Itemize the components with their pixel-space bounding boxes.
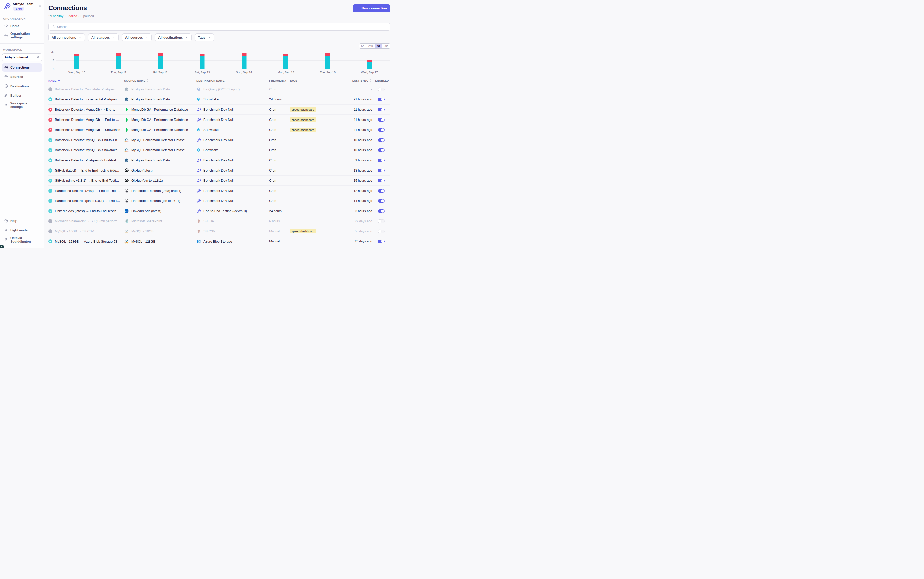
enabled-toggle[interactable] — [378, 169, 384, 172]
sidebar-item-home[interactable]: Home — [2, 22, 42, 30]
table-row[interactable]: Hardcoded Records (pin to 0.0.1) → End-t… — [48, 196, 391, 206]
airbyte-logo-icon — [3, 2, 11, 10]
table-row[interactable]: LinkedIn Ads (latest) → End-to-End Testi… — [48, 206, 391, 216]
bar-segment-succeeded — [325, 56, 330, 69]
mongodb-icon — [124, 107, 129, 112]
chart-bar[interactable] — [348, 52, 391, 69]
connection-name: Hardcoded Records (pin to 0.0.1) → End-t… — [55, 199, 121, 203]
new-connection-button[interactable]: New connection — [353, 4, 391, 12]
frequency: Manual — [269, 230, 290, 233]
sidebar-item-builder[interactable]: Builder — [2, 92, 42, 100]
chart-bar[interactable] — [140, 52, 181, 69]
help-icon — [4, 219, 8, 224]
chart-bar[interactable] — [98, 52, 140, 69]
enabled-toggle[interactable] — [378, 88, 384, 91]
organization-nav: Home Organization settings — [0, 22, 44, 41]
table-row[interactable]: MySQL - 10GB → S3 CSVMySQLMySQL - 10GBS3… — [48, 226, 391, 236]
table-row[interactable]: Bottleneck Detector Candidate: Postgres … — [48, 84, 391, 94]
table-row[interactable]: Microsoft SharePoint → S3 (13mb performa… — [48, 216, 391, 226]
filter-all-destinations[interactable]: All destinations — [155, 33, 192, 41]
column-header-destination[interactable]: DESTINATION NAME — [196, 79, 269, 82]
connections-icon — [4, 65, 8, 70]
table-row[interactable]: Bottleneck Detector: MongoDb → End-to-En… — [48, 114, 391, 124]
column-header-last-sync[interactable]: LAST SYNC — [350, 79, 372, 82]
sidebar-divider — [0, 43, 44, 44]
enabled-toggle[interactable] — [378, 209, 384, 213]
chart-bar[interactable] — [181, 52, 223, 69]
bar-segment-failed — [325, 52, 330, 56]
chart-bar[interactable] — [265, 52, 307, 69]
connection-name: Hardcoded Records (24M) → End-to-End Te.… — [55, 189, 121, 193]
sidebar-item-connections[interactable]: Connections — [2, 64, 42, 72]
airbyte-icon — [196, 107, 201, 112]
airbyte-app: Airbyte Team TEAMS ORGANIZATION Home Org… — [0, 0, 395, 248]
svg-text:01: 01 — [199, 241, 199, 242]
search-input[interactable] — [57, 25, 387, 29]
table-row[interactable]: Bottleneck Detector: MySQL <> SnowflakeM… — [48, 145, 391, 155]
bar-segment-succeeded — [200, 56, 205, 69]
sidebar-item-user[interactable]: Octavia Squiddington — [2, 236, 42, 244]
chart-bar[interactable] — [56, 52, 98, 69]
enabled-toggle[interactable] — [378, 219, 384, 223]
table-row[interactable]: Bottleneck Detector: MongoDb → Snowflake… — [48, 124, 391, 135]
enabled-toggle[interactable] — [378, 138, 384, 142]
paused-count: 5 paused — [80, 14, 94, 18]
last-sync: 15 hours ago — [350, 179, 372, 182]
svg-text:MySQL: MySQL — [125, 232, 129, 234]
enabled-toggle[interactable] — [378, 189, 384, 193]
enabled-toggle[interactable] — [378, 199, 384, 203]
filter-all-sources[interactable]: All sources — [122, 33, 152, 41]
sidebar-item-sources[interactable]: Sources — [2, 73, 42, 81]
table-row[interactable]: Bottleneck Detector: Postgres <> End-to-… — [48, 155, 391, 165]
time-range-24h[interactable]: 24h — [366, 44, 374, 49]
enabled-toggle[interactable] — [378, 239, 384, 243]
enabled-toggle[interactable] — [378, 98, 384, 101]
connection-name: GitHub (latest) → End-to-End Testing (/d… — [55, 168, 121, 172]
enabled-toggle[interactable] — [378, 230, 384, 233]
org-switcher[interactable]: Airbyte Team TEAMS — [0, 0, 44, 12]
filter-all-statuses[interactable]: All statuses — [88, 33, 118, 41]
sidebar-item-workspace-settings[interactable]: Workspace settings — [2, 101, 42, 109]
time-range-6h[interactable]: 6h — [359, 44, 366, 49]
enabled-toggle[interactable] — [378, 108, 384, 111]
table-row[interactable]: Bottleneck Detector: Incremental Postgre… — [48, 94, 391, 104]
mysql-icon: MySQL — [124, 148, 129, 152]
sidebar-item-organization-settings[interactable]: Organization settings — [2, 31, 42, 39]
chart-y-tick: 0 — [48, 67, 54, 70]
frequency: 6 hours — [269, 219, 290, 223]
table-row[interactable]: Bottleneck Detector: MySQL <> End-to-End… — [48, 135, 391, 145]
sidebar-item-label: Octavia Squiddington — [10, 236, 40, 243]
airbyte-icon — [196, 199, 201, 203]
source-name: GitHub (latest) — [131, 168, 153, 172]
enabled-toggle[interactable] — [378, 159, 384, 162]
tag-badge: speed-dashboard — [290, 107, 317, 112]
sidebar-item-destinations[interactable]: Destinations — [2, 82, 42, 90]
time-range-7d[interactable]: 7d — [375, 44, 382, 49]
enabled-toggle[interactable] — [378, 128, 384, 132]
table-row[interactable]: MySQL - 128GB → Azure Blob Storage JSOn … — [48, 236, 391, 246]
column-header-name[interactable]: NAME — [48, 79, 124, 82]
sidebar-item-help[interactable]: Help — [2, 217, 42, 225]
chart-bar[interactable] — [223, 52, 265, 69]
enabled-toggle[interactable] — [378, 118, 384, 121]
table-row[interactable]: Hardcoded Records (24M) → End-to-End Te.… — [48, 185, 391, 196]
home-icon — [4, 24, 8, 29]
tag-badge: speed-dashboard — [290, 128, 317, 132]
table-row[interactable]: GitHub (latest) → End-to-End Testing (/d… — [48, 165, 391, 175]
filter-all-connections[interactable]: All connections — [48, 33, 85, 41]
sidebar-item-label: Destinations — [10, 85, 30, 88]
time-range-30d[interactable]: 30d — [382, 44, 390, 49]
table-row[interactable]: Bottleneck Detector: MongoDb <> End-to-E… — [48, 104, 391, 114]
filter-tags[interactable]: Tags — [195, 33, 214, 41]
enabled-toggle[interactable] — [378, 149, 384, 152]
table-row[interactable]: GitHub (pin to v1.8.1) → End-to-End Test… — [48, 175, 391, 185]
enabled-toggle[interactable] — [378, 179, 384, 182]
last-sync: 55 days ago — [350, 230, 372, 233]
chart-bar[interactable] — [307, 52, 349, 69]
connection-name: GitHub (pin to v1.8.1) → End-to-End Test… — [55, 178, 121, 182]
sidebar-item-label: Workspace settings — [10, 101, 40, 109]
column-header-source[interactable]: SOURCE NAME — [124, 79, 196, 82]
sidebar-item-light-mode[interactable]: Light mode — [2, 226, 42, 234]
tag-badge: speed-dashboard — [290, 118, 317, 122]
workspace-selector[interactable]: Airbyte Internal — [2, 53, 42, 61]
